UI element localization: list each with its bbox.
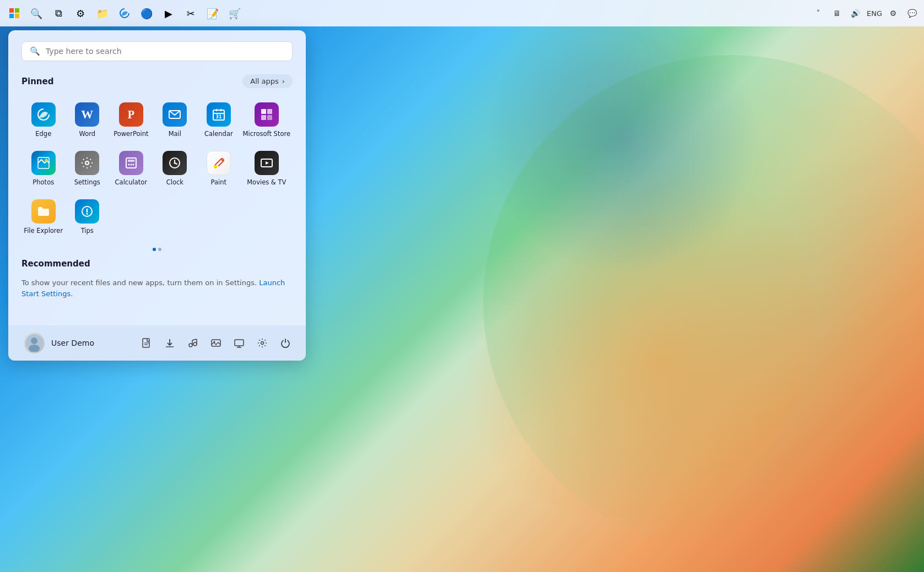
- app-item-powerpoint[interactable]: P PowerPoint: [109, 97, 153, 143]
- app-grid: Edge W Word P PowerPoint: [21, 97, 293, 240]
- start-menu-content: 🔍 Pinned All apps › Edge: [8, 30, 306, 325]
- file-explorer-taskbar-button[interactable]: 📁: [93, 3, 112, 23]
- pictures-footer-btn[interactable]: [207, 334, 225, 352]
- svg-point-26: [214, 165, 217, 168]
- svg-point-19: [128, 164, 129, 166]
- calendar-icon: 31: [207, 102, 231, 127]
- snip-taskbar-button[interactable]: ✂: [181, 3, 201, 23]
- clock-icon: [163, 151, 187, 175]
- svg-point-21: [132, 164, 134, 166]
- app-item-settings[interactable]: Settings: [66, 145, 110, 192]
- mail-icon: [163, 102, 187, 127]
- store-icon: [255, 102, 279, 127]
- taskbar-left: 🔍 ⧉ ⚙ 📁 🔵 ▶ ✂ 📝 🛒: [4, 3, 245, 23]
- chevron-right-icon: ›: [282, 77, 285, 85]
- search-bar[interactable]: 🔍: [21, 41, 293, 61]
- recommended-title: Recommended: [21, 259, 90, 269]
- settings-tray-icon[interactable]: ⚙: [885, 6, 901, 21]
- movies-icon: [255, 151, 279, 175]
- downloads-footer-btn[interactable]: [160, 334, 179, 352]
- pinned-section-header: Pinned All apps ›: [21, 74, 293, 88]
- calendar-label: Calendar: [204, 130, 233, 138]
- network-icon[interactable]: 🖥: [829, 6, 845, 21]
- svg-point-16: [85, 161, 89, 165]
- edge-label: Edge: [35, 130, 51, 138]
- task-view-button[interactable]: ⧉: [48, 3, 68, 23]
- windows-start-button[interactable]: [4, 3, 24, 23]
- search-icon: 🔍: [30, 46, 40, 56]
- app-item-photos[interactable]: Photos: [21, 145, 66, 192]
- app-item-explorer[interactable]: File Explorer: [21, 194, 66, 240]
- search-taskbar-button[interactable]: 🔍: [26, 3, 46, 23]
- svg-rect-48: [235, 340, 244, 346]
- app-item-word[interactable]: W Word: [66, 97, 110, 143]
- app-item-store[interactable]: Microsoft Store: [241, 97, 293, 143]
- page-dot-1[interactable]: [153, 248, 156, 251]
- network-footer-btn[interactable]: [230, 334, 248, 352]
- store-taskbar-button[interactable]: 🛒: [225, 3, 245, 23]
- svg-point-51: [261, 342, 264, 345]
- notifications-icon[interactable]: 💬: [904, 6, 920, 21]
- documents-footer-btn[interactable]: [137, 334, 156, 352]
- svg-rect-0: [9, 8, 14, 13]
- photos-label: Photos: [33, 178, 54, 186]
- svg-line-44: [192, 339, 197, 340]
- movies-label: Movies & TV: [247, 178, 286, 186]
- photos-icon: [31, 151, 56, 175]
- svg-point-32: [87, 213, 88, 215]
- app-item-movies[interactable]: Movies & TV: [241, 145, 293, 192]
- chevron-icon[interactable]: ˅: [810, 6, 826, 21]
- browser2-taskbar-button[interactable]: 🔵: [137, 3, 156, 23]
- all-apps-button[interactable]: All apps ›: [242, 74, 293, 88]
- page-dot-2[interactable]: [158, 248, 161, 251]
- svg-point-41: [189, 344, 192, 347]
- mail-label: Mail: [169, 130, 181, 138]
- app-item-tips[interactable]: Tips: [66, 194, 110, 240]
- svg-point-34: [31, 337, 37, 344]
- app-item-mail[interactable]: Mail: [153, 97, 197, 143]
- svg-text:31: 31: [215, 115, 222, 119]
- calculator-icon: [119, 151, 143, 175]
- svg-rect-12: [261, 115, 266, 120]
- app-item-calculator[interactable]: Calculator: [109, 145, 153, 192]
- clock-label: Clock: [166, 178, 183, 186]
- taskbar: 🔍 ⧉ ⚙ 📁 🔵 ▶ ✂ 📝 🛒 ˅ 🖥 🔊 ENG ⚙ 💬: [0, 0, 924, 26]
- paint-label: Paint: [211, 178, 226, 186]
- explorer-label: File Explorer: [24, 227, 63, 235]
- svg-rect-11: [267, 109, 272, 114]
- start-menu: 🔍 Pinned All apps › Edge: [8, 30, 306, 361]
- svg-point-20: [130, 164, 132, 166]
- edge-icon: [31, 102, 56, 127]
- svg-point-14: [45, 159, 48, 162]
- notepad-taskbar-button[interactable]: 📝: [203, 3, 223, 23]
- start-menu-footer: User Demo: [8, 325, 306, 361]
- svg-rect-13: [267, 115, 272, 120]
- volume-icon[interactable]: 🔊: [848, 6, 863, 21]
- user-profile[interactable]: User Demo: [19, 329, 99, 357]
- user-avatar: [24, 333, 45, 353]
- recommended-description: To show your recent files and new apps, …: [21, 277, 293, 299]
- edge-taskbar-button[interactable]: [115, 3, 134, 23]
- svg-rect-18: [128, 160, 134, 162]
- svg-point-25: [174, 162, 176, 164]
- explorer-icon: [31, 199, 56, 224]
- settings-icon: [75, 151, 99, 175]
- user-name: User Demo: [51, 339, 94, 347]
- powerpoint-label: PowerPoint: [114, 130, 148, 138]
- tips-label: Tips: [81, 227, 94, 235]
- terminal-taskbar-button[interactable]: ▶: [159, 3, 179, 23]
- app-item-clock[interactable]: Clock: [153, 145, 197, 192]
- search-input[interactable]: [46, 47, 284, 56]
- settings-footer-btn[interactable]: [253, 334, 272, 352]
- recommended-section: Recommended To show your recent files an…: [21, 259, 293, 299]
- settings-taskbar-button[interactable]: ⚙: [71, 3, 90, 23]
- app-item-edge[interactable]: Edge: [21, 97, 66, 143]
- pinned-title: Pinned: [21, 77, 53, 86]
- app-item-calendar[interactable]: 31 Calendar: [197, 97, 241, 143]
- svg-point-42: [193, 342, 197, 346]
- music-footer-btn[interactable]: [183, 334, 202, 352]
- app-item-paint[interactable]: Paint: [197, 145, 241, 192]
- power-footer-btn[interactable]: [276, 334, 295, 352]
- language-indicator[interactable]: ENG: [867, 9, 882, 18]
- word-label: Word: [79, 130, 95, 138]
